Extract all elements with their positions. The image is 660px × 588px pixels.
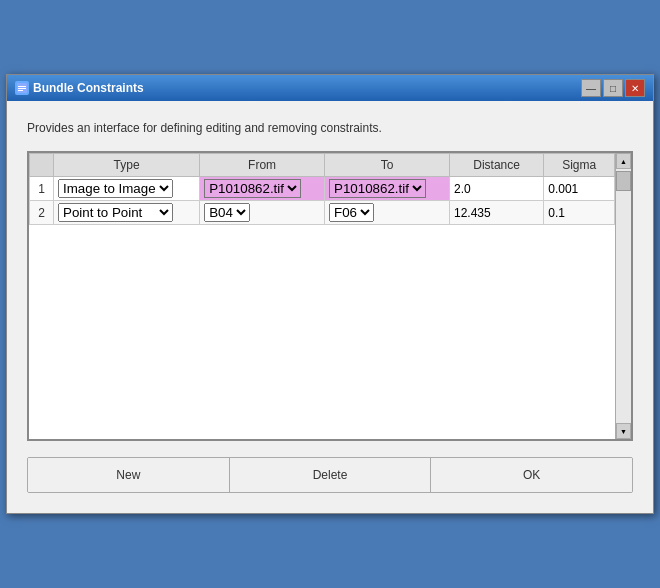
title-bar: Bundle Constraints — □ ✕	[7, 75, 653, 101]
window-title: Bundle Constraints	[33, 81, 144, 95]
row-2-distance: 12.435	[449, 201, 543, 225]
row-2-num: 2	[30, 201, 54, 225]
window-body: Provides an interface for defining editi…	[7, 101, 653, 513]
close-button[interactable]: ✕	[625, 79, 645, 97]
row-1-num: 1	[30, 177, 54, 201]
table-scroll-area[interactable]: Type From To Distance Sigma 1Image to Im…	[29, 153, 615, 439]
table-row: 2Image to ImagePoint to PointB04F0612.43…	[30, 201, 615, 225]
row-2-type[interactable]: Image to ImagePoint to Point	[54, 201, 200, 225]
table-row: 1Image to ImagePoint to PointP1010862.ti…	[30, 177, 615, 201]
vertical-scrollbar[interactable]: ▲ ▼	[615, 153, 631, 439]
row-1-to-select[interactable]: P1010862.tif	[329, 179, 426, 198]
row-2-sigma: 0.1	[544, 201, 615, 225]
svg-rect-3	[18, 90, 23, 91]
action-buttons: New Delete OK	[27, 457, 633, 493]
row-1-distance: 2.0	[449, 177, 543, 201]
col-header-to: To	[325, 154, 450, 177]
title-bar-left: Bundle Constraints	[15, 81, 144, 95]
col-header-type: Type	[54, 154, 200, 177]
col-header-rownum	[30, 154, 54, 177]
new-button[interactable]: New	[28, 458, 230, 492]
delete-button[interactable]: Delete	[230, 458, 432, 492]
svg-rect-2	[18, 88, 26, 89]
description-text: Provides an interface for defining editi…	[27, 121, 633, 135]
title-controls: — □ ✕	[581, 79, 645, 97]
scroll-down-button[interactable]: ▼	[616, 423, 631, 439]
row-2-from-select[interactable]: B04	[204, 203, 250, 222]
constraints-table: Type From To Distance Sigma 1Image to Im…	[29, 153, 615, 225]
col-header-distance: Distance	[449, 154, 543, 177]
svg-rect-1	[18, 86, 26, 87]
maximize-button[interactable]: □	[603, 79, 623, 97]
row-1-to[interactable]: P1010862.tif	[325, 177, 450, 201]
minimize-button[interactable]: —	[581, 79, 601, 97]
row-2-to[interactable]: F06	[325, 201, 450, 225]
bundle-constraints-window: Bundle Constraints — □ ✕ Provides an int…	[6, 74, 654, 514]
row-1-from-select[interactable]: P1010862.tif	[204, 179, 301, 198]
row-1-type[interactable]: Image to ImagePoint to Point	[54, 177, 200, 201]
constraints-table-container: Type From To Distance Sigma 1Image to Im…	[27, 151, 633, 441]
scroll-up-button[interactable]: ▲	[616, 153, 631, 169]
col-header-sigma: Sigma	[544, 154, 615, 177]
scroll-handle[interactable]	[616, 171, 631, 191]
row-1-sigma: 0.001	[544, 177, 615, 201]
row-2-type-select[interactable]: Image to ImagePoint to Point	[58, 203, 173, 222]
ok-button[interactable]: OK	[431, 458, 632, 492]
row-1-type-select[interactable]: Image to ImagePoint to Point	[58, 179, 173, 198]
scroll-track[interactable]	[616, 169, 631, 423]
col-header-from: From	[200, 154, 325, 177]
row-2-from[interactable]: B04	[200, 201, 325, 225]
row-2-to-select[interactable]: F06	[329, 203, 374, 222]
window-icon	[15, 81, 29, 95]
row-1-from[interactable]: P1010862.tif	[200, 177, 325, 201]
